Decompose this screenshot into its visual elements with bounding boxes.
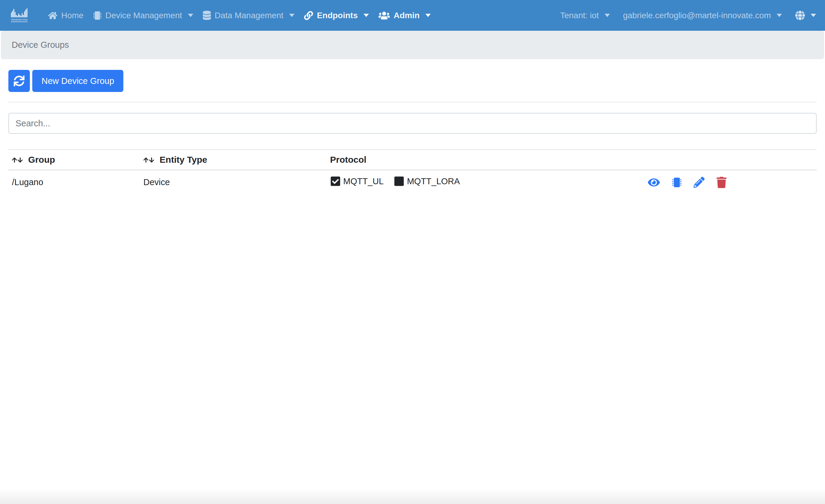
- brand-logo[interactable]: ORCHESTRA CITIES: [11, 8, 28, 23]
- column-header-entity-type[interactable]: Entity Type: [140, 150, 326, 170]
- nav-item-label: Admin: [394, 11, 420, 20]
- cell-actions: [553, 170, 817, 194]
- nav-item-label: Data Management: [215, 11, 284, 20]
- chevron-down-icon: [811, 14, 816, 17]
- window-bottom-shadow: [0, 489, 825, 504]
- cell-entity-type: Device: [140, 170, 326, 194]
- nav-item-endpoints[interactable]: Endpoints: [299, 11, 374, 20]
- globe-icon: [795, 10, 805, 20]
- chevron-down-icon: [364, 14, 369, 17]
- main-content: New Device Group Group: [0, 70, 825, 194]
- column-header-protocol: Protocol: [326, 150, 553, 170]
- column-header-group[interactable]: Group: [8, 150, 140, 170]
- chevron-down-icon: [289, 14, 295, 17]
- home-icon: [48, 11, 57, 20]
- checkbox-unchecked-icon: [394, 176, 404, 187]
- breadcrumb-current: Device Groups: [12, 40, 69, 50]
- divider: [8, 102, 817, 102]
- trash-icon: [717, 177, 727, 188]
- search-bar: [8, 113, 817, 134]
- column-label: Protocol: [330, 155, 367, 165]
- nav-item-label: Device Management: [105, 11, 182, 20]
- nav-item-data-management[interactable]: Data Management: [198, 11, 299, 20]
- cell-group: /Lugano: [8, 170, 140, 194]
- delete-button[interactable]: [717, 177, 727, 188]
- tenant-dropdown[interactable]: Tenant: iot: [560, 11, 610, 20]
- refresh-icon: [14, 76, 24, 86]
- user-email: gabriele.cerfoglio@martel-innovate.com: [623, 11, 771, 20]
- chevron-down-icon: [425, 14, 431, 17]
- microchip-icon: [672, 177, 682, 188]
- pencil-icon: [693, 177, 704, 188]
- protocol-label: MQTT_LORA: [407, 176, 460, 186]
- sort-icon: [12, 157, 23, 164]
- eye-icon: [648, 177, 660, 188]
- protocol-item: MQTT_LORA: [394, 176, 460, 187]
- microchip-icon: [93, 11, 101, 20]
- device-groups-table: Group Entity Type Protocol /Lugano Dev: [8, 149, 817, 194]
- checkbox-checked-icon: [330, 176, 341, 187]
- column-label: Entity Type: [159, 155, 207, 165]
- toolbar: New Device Group: [8, 70, 817, 92]
- nav-item-admin[interactable]: Admin: [374, 11, 436, 20]
- breadcrumb: Device Groups: [1, 31, 824, 59]
- nav-item-device-management[interactable]: Device Management: [88, 11, 198, 20]
- nav-item-label: Endpoints: [317, 11, 358, 20]
- cell-protocols: MQTT_UL MQTT_LORA: [326, 170, 553, 194]
- new-device-group-button[interactable]: New Device Group: [32, 70, 123, 92]
- users-icon: [378, 11, 390, 20]
- chevron-down-icon: [188, 14, 193, 17]
- sort-icon: [143, 157, 154, 164]
- database-icon: [203, 11, 211, 20]
- table-header-row: Group Entity Type Protocol: [8, 150, 817, 170]
- top-navbar: ORCHESTRA CITIES Home Devi: [0, 0, 825, 31]
- protocol-label: MQTT_UL: [343, 176, 383, 186]
- nav-item-label: Home: [61, 11, 84, 20]
- table-row: /Lugano Device MQTT_UL MQTT_LORA: [8, 170, 817, 194]
- column-header-actions: [553, 150, 817, 170]
- devices-button[interactable]: [672, 177, 682, 188]
- chevron-down-icon: [605, 14, 610, 17]
- link-icon: [304, 11, 313, 20]
- orchestra-cities-logo-icon: ORCHESTRA CITIES: [11, 8, 28, 23]
- refresh-button[interactable]: [8, 70, 30, 92]
- protocol-item: MQTT_UL: [330, 176, 383, 187]
- edit-button[interactable]: [693, 177, 704, 188]
- user-dropdown[interactable]: gabriele.cerfoglio@martel-innovate.com: [623, 11, 782, 20]
- language-dropdown[interactable]: [795, 10, 816, 20]
- search-input[interactable]: [8, 113, 817, 134]
- brand-wordmark: ORCHESTRA CITIES: [11, 19, 27, 21]
- nav-item-home[interactable]: Home: [43, 11, 88, 20]
- column-label: Group: [28, 155, 55, 165]
- tenant-label: Tenant: iot: [560, 11, 599, 20]
- view-button[interactable]: [648, 177, 660, 188]
- chevron-down-icon: [776, 14, 782, 17]
